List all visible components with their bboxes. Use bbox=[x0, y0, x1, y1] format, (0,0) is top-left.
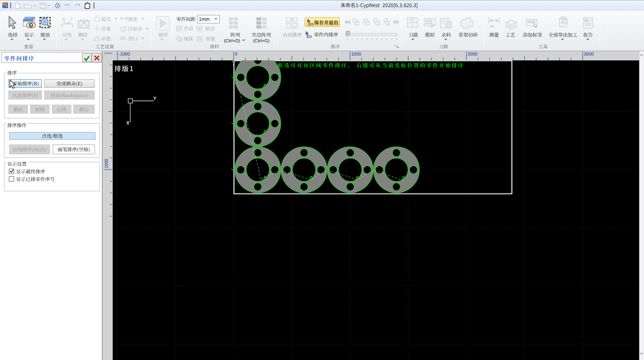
svg-text:1mm: 1mm bbox=[199, 17, 210, 22]
svg-text:(Ctrl+D): (Ctrl+D) bbox=[224, 38, 240, 43]
svg-text:(Ctrl+G): (Ctrl+G) bbox=[253, 38, 269, 43]
svg-text:Y: Y bbox=[153, 96, 157, 101]
svg-text:X: X bbox=[126, 120, 130, 125]
